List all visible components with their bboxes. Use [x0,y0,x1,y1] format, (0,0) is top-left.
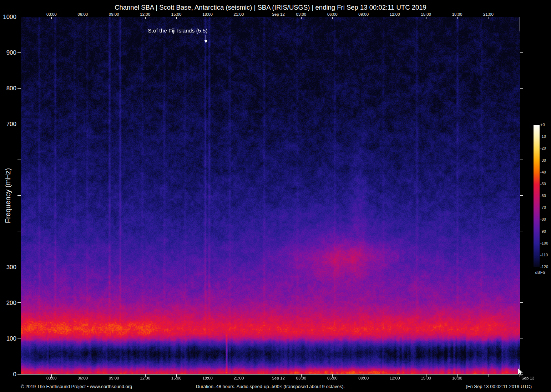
y-tick-right [520,302,523,303]
y-tick-label: 800 [0,85,16,92]
x-tick-label-bottom: 12:00 [383,376,406,380]
x-tick-label-bottom: 21:00 [227,376,250,380]
x-tick-label-top: 12:00 [383,12,406,16]
colorbar-tick-label: -60 [540,194,551,198]
x-tick-top [457,17,458,19]
y-tick-right [520,124,523,124]
mouse-cursor-icon [517,368,524,377]
x-tick-bottom [270,375,270,377]
y-tick-right [520,267,523,267]
y-tick [17,160,21,160]
day-tick-bottom [270,365,270,374]
y-tick-label: 0 [0,371,16,378]
colorbar-tick-label: -10 [540,134,551,139]
colorbar-tick-label: -50 [540,182,551,186]
x-tick-label-bottom: Sep 12 [272,376,284,380]
x-tick-label-top: 18:00 [196,12,219,16]
x-tick-top [395,17,395,19]
colorbar-tick-label: -20 [540,146,551,150]
x-tick-label-top: 12:00 [134,12,157,16]
spectrogram-page: Channel SBA | Scott Base, Antarctica (se… [0,0,551,392]
x-tick-top [239,17,239,19]
y-tick-right [520,160,523,160]
x-tick-top [83,17,83,19]
x-tick-label-bottom: 12:00 [134,376,157,380]
colorbar-tick-label: -40 [540,170,551,174]
y-tick-label: 200 [0,300,16,307]
x-tick-label-top: 06:00 [71,12,94,16]
y-tick-label: 700 [0,121,16,128]
x-tick-label-bottom: 03:00 [290,376,313,380]
colorbar-tick-label: -30 [540,158,551,162]
y-axis-title: Frequency (mHz) [3,142,12,249]
x-tick-label-top: Sep 12 [272,12,284,16]
y-tick-label: 300 [0,264,16,271]
y-tick-right [520,17,523,17]
x-tick-label-bottom: 03:00 [40,376,63,380]
x-tick-label-top: 06:00 [321,12,344,16]
y-tick [17,124,21,124]
colorbar-tick-label: -80 [540,217,551,221]
x-tick-label-bottom: 09:00 [352,376,375,380]
x-tick-label-top: 03:00 [290,12,313,16]
x-tick-top [208,17,208,19]
x-tick-top [176,17,177,19]
y-tick-right [520,195,523,196]
x-tick-top [114,17,114,19]
y-tick [17,338,21,338]
x-tick-label-bottom: 09:00 [102,376,125,380]
x-tick-label-top: 21:00 [477,12,500,16]
colorbar-tick-label: -70 [540,205,551,210]
y-tick [17,17,21,17]
x-tick-label-bottom: 15:00 [415,376,438,380]
x-tick-label-bottom: 18:00 [446,376,469,380]
top-axis-line [21,17,520,17]
x-tick-top [301,17,302,19]
x-tick-bottom [489,375,489,377]
chart-title: Channel SBA | Scott Base, Antarctica (se… [21,4,520,11]
y-tick [17,302,21,303]
x-tick-label-top: 21:00 [227,12,250,16]
x-tick-top [364,17,364,19]
x-tick-label-top: 18:00 [446,12,469,16]
y-tick-right [520,52,523,53]
colorbar-tick-label: -120 [540,265,551,269]
x-tick-top [426,17,426,19]
colorbar-tick-label: +0 [540,122,551,127]
bottom-axis-line [21,374,520,375]
down-arrow-icon [203,35,208,44]
x-tick-label-top: 09:00 [102,12,125,16]
footer-end-timestamp: (Fri Sep 13 00:02:11 2019 UTC) [345,384,532,389]
y-tick-right [520,88,523,89]
y-tick [17,52,21,53]
colorbar-unit-label: dBFS [532,270,549,275]
x-tick-label-bottom: 15:00 [165,376,188,380]
x-tick-top [51,17,52,19]
y-tick [17,88,21,89]
x-tick-label-top: 09:00 [352,12,375,16]
y-tick-label: 900 [0,49,16,56]
y-tick [17,267,21,267]
day-tick-top [520,17,520,31]
colorbar-tick-label: -100 [540,241,551,245]
x-tick-top [489,17,489,19]
x-tick-label-bottom: 06:00 [71,376,94,380]
day-tick-top [270,17,270,31]
y-tick-right [520,231,523,231]
y-tick-label: 100 [0,335,16,342]
x-tick-top [145,17,146,19]
x-tick-label-top: 15:00 [415,12,438,16]
x-tick-label-bottom: 06:00 [321,376,344,380]
colorbar-gradient [534,125,540,267]
colorbar-tick-label: -110 [540,253,551,257]
y-tick [17,374,21,375]
spectrogram-canvas [21,17,520,374]
x-tick-label-top: 15:00 [165,12,188,16]
y-tick [17,195,21,196]
y-tick [17,231,21,231]
x-tick-label-top: 03:00 [40,12,63,16]
event-annotation: S.of the Fiji Islands (5.5) [142,27,214,34]
y-tick-label: 1000 [0,14,16,21]
x-tick-label-bottom: 18:00 [196,376,219,380]
left-axis-line [21,17,21,375]
